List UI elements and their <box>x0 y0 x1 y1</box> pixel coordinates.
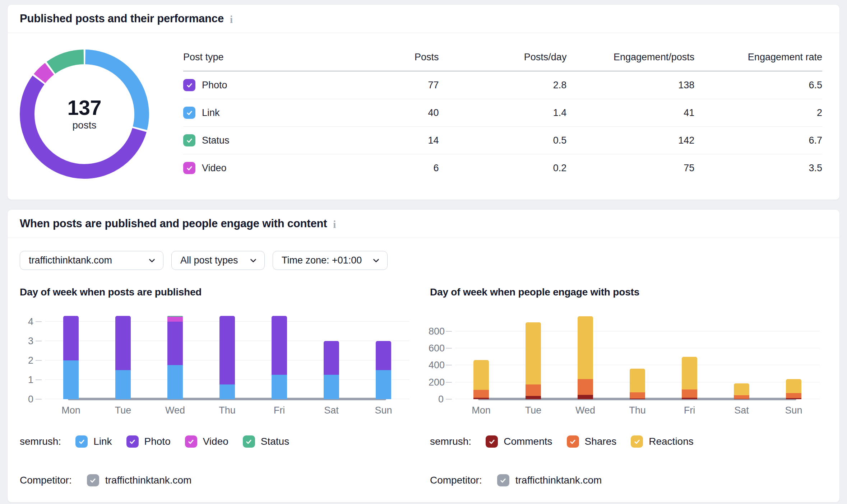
bar-segment-link-wed[interactable] <box>167 365 183 399</box>
bar-segment-shares-thu[interactable] <box>630 392 645 398</box>
y-axis-tick <box>36 341 42 341</box>
legend-reactions-checkbox[interactable] <box>631 435 643 448</box>
table-row-link: Link401.4412 <box>183 99 822 127</box>
bar-segment-link-sun[interactable] <box>376 370 391 399</box>
x-axis-label-sat: Sat <box>716 405 768 416</box>
bar-wed[interactable] <box>578 316 593 399</box>
x-axis-label-mon: Mon <box>45 405 97 416</box>
x-axis-label-thu: Thu <box>611 405 663 416</box>
bar-segment-photo-fri[interactable] <box>272 316 287 375</box>
panel2-title: When posts are published and people enga… <box>20 217 327 230</box>
y-axis-tick <box>36 360 42 361</box>
competitor-item: trafficthinktank.com <box>497 474 602 486</box>
legend-item-photo: Photo <box>126 435 171 448</box>
bar-fri[interactable] <box>682 357 697 399</box>
post-type-label: Status <box>202 135 230 146</box>
bar-segment-reactions-sun[interactable] <box>786 379 801 393</box>
published-chart-x-axis: MonTueWedThuFriSatSun <box>45 405 409 416</box>
profile-select[interactable]: trafficthinktank.com <box>20 251 163 270</box>
social-analytics-page: Published posts and their performance i … <box>0 0 847 504</box>
bar-segment-photo-thu[interactable] <box>219 316 235 385</box>
bar-thu[interactable] <box>630 369 645 399</box>
bar-segment-photo-wed[interactable] <box>167 322 183 365</box>
table-row-video: Video60.2753.5 <box>183 154 822 182</box>
bar-sun[interactable] <box>786 379 801 399</box>
checkmark-icon <box>129 438 136 445</box>
bar-segment-comments-fri[interactable] <box>682 398 697 399</box>
y-axis-label: 800 <box>429 327 444 336</box>
bar-sat[interactable] <box>734 383 749 399</box>
bar-segment-reactions-sat[interactable] <box>734 383 749 395</box>
bar-segment-photo-tue[interactable] <box>115 316 131 370</box>
bar-segment-shares-fri[interactable] <box>682 389 697 398</box>
bar-segment-shares-wed[interactable] <box>578 379 593 395</box>
bar-segment-reactions-mon[interactable] <box>473 360 489 390</box>
info-icon[interactable]: i <box>333 218 336 230</box>
bar-sat[interactable] <box>324 341 339 399</box>
legend-shares-checkbox[interactable] <box>567 435 579 448</box>
bar-segment-link-sat[interactable] <box>324 375 339 399</box>
info-icon[interactable]: i <box>230 13 233 25</box>
bar-segment-comments-thu[interactable] <box>630 398 645 399</box>
bar-segment-reactions-thu[interactable] <box>630 369 645 392</box>
bar-segment-link-mon[interactable] <box>63 360 79 399</box>
bar-segment-reactions-tue[interactable] <box>526 322 541 384</box>
bar-segment-link-thu[interactable] <box>219 384 235 399</box>
link-checkbox[interactable] <box>183 107 195 119</box>
bar-segment-comments-wed[interactable] <box>578 395 593 399</box>
posts-cell: 40 <box>343 99 439 127</box>
competitor-checkbox[interactable] <box>497 474 509 486</box>
panel1-body: 137 posts Post typePostsPosts/dayEngagem… <box>8 33 839 200</box>
bar-sun[interactable] <box>376 341 391 399</box>
table-row-status: Status140.51426.7 <box>183 127 822 154</box>
bar-segment-photo-sat[interactable] <box>324 341 339 375</box>
bar-segment-shares-mon[interactable] <box>473 390 489 398</box>
legend-item-link: Link <box>75 435 112 448</box>
published-chart-legend: semrush: LinkPhotoVideoStatus <box>20 435 412 448</box>
bars-layer <box>455 311 820 399</box>
bar-segment-comments-tue[interactable] <box>526 396 541 399</box>
bar-tue[interactable] <box>526 322 541 399</box>
panel-publish-engage: When posts are published and people enga… <box>7 209 840 503</box>
bar-segment-link-fri[interactable] <box>272 375 287 399</box>
bar-wed[interactable] <box>167 316 183 399</box>
bar-segment-reactions-wed[interactable] <box>578 316 593 379</box>
bar-fri[interactable] <box>272 316 287 399</box>
status-checkbox[interactable] <box>183 134 195 146</box>
competitor-checkbox[interactable] <box>87 474 99 486</box>
bar-segment-photo-sun[interactable] <box>376 341 391 370</box>
bar-mon[interactable] <box>63 316 79 399</box>
bar-segment-video-wed[interactable] <box>167 317 183 322</box>
bar-segment-shares-tue[interactable] <box>526 384 541 396</box>
post-type-select[interactable]: All post types <box>171 251 265 270</box>
published-chart-title: Day of week when posts are published <box>20 286 412 298</box>
bar-slot <box>357 311 409 399</box>
legend-video-checkbox[interactable] <box>185 435 197 448</box>
legend-profile-label: semrush: <box>20 436 61 447</box>
video-checkbox[interactable] <box>183 162 195 174</box>
posts-cell: 6 <box>343 154 439 182</box>
column-header-engagement-rate: Engagement rate <box>694 47 822 71</box>
legend-comments-checkbox[interactable] <box>486 435 498 448</box>
bar-segment-comments-mon[interactable] <box>473 398 489 399</box>
legend-label: Status <box>261 436 289 447</box>
bar-segment-comments-sat[interactable] <box>734 399 749 399</box>
bar-mon[interactable] <box>473 360 489 399</box>
bar-segment-link-tue[interactable] <box>115 370 131 399</box>
bar-slot <box>663 311 716 399</box>
photo-checkbox[interactable] <box>183 79 195 91</box>
engagement-bar-chart: 0200400600800 <box>455 311 820 399</box>
legend-status-checkbox[interactable] <box>243 435 255 448</box>
legend-link-checkbox[interactable] <box>75 435 88 448</box>
bar-thu[interactable] <box>219 316 235 399</box>
checkmark-icon <box>78 438 85 445</box>
timezone-select[interactable]: Time zone: +01:00 <box>273 251 388 270</box>
legend-photo-checkbox[interactable] <box>126 435 139 448</box>
bar-segment-photo-mon[interactable] <box>63 316 79 360</box>
column-header-post-type: Post type <box>183 47 343 71</box>
bar-segment-shares-sun[interactable] <box>786 393 801 398</box>
bar-segment-reactions-fri[interactable] <box>682 357 697 389</box>
bar-segment-shares-sat[interactable] <box>734 395 749 399</box>
bar-tue[interactable] <box>115 316 131 399</box>
bar-segment-comments-sun[interactable] <box>786 398 801 399</box>
